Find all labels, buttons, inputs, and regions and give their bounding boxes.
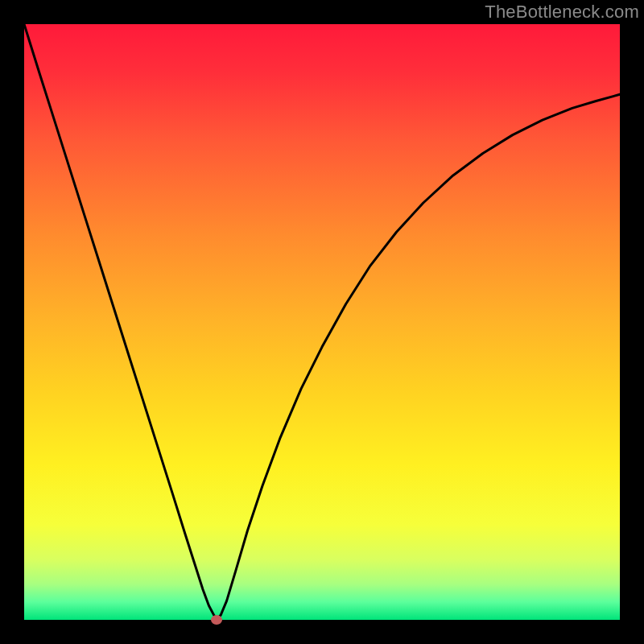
watermark-label: TheBottleneck.com [485,2,639,23]
chart-plot-area [24,24,620,620]
bottleneck-chart [0,0,644,644]
chart-container: TheBottleneck.com [0,0,644,644]
optimal-point-marker [211,615,222,625]
